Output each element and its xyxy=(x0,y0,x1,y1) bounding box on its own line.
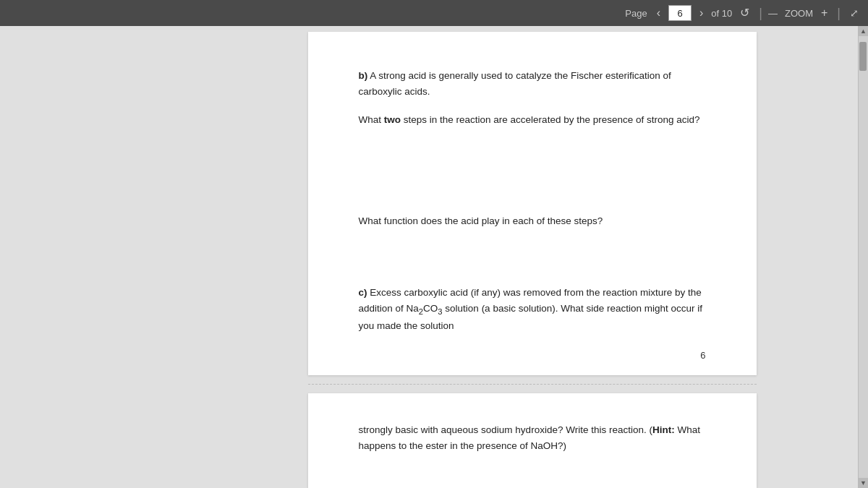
scroll-down-arrow[interactable]: ▼ xyxy=(859,478,869,488)
section-c-label: c) xyxy=(359,287,367,298)
answer-space-2 xyxy=(359,241,706,285)
page-number-input[interactable] xyxy=(668,5,692,21)
zoom-label: ZOOM xyxy=(785,8,813,19)
toolbar: Page ‹ › of 10 ↺ | — ZOOM + | ⤢ xyxy=(0,0,868,26)
minus-icon: — xyxy=(768,8,778,19)
divider2: | xyxy=(837,6,841,21)
page-wrapper: b) A strong acid is generally used to ca… xyxy=(221,26,843,488)
total-pages-text: of 10 xyxy=(711,8,732,19)
page-card-1: b) A strong acid is generally used to ca… xyxy=(308,32,757,375)
section-c-text: c) Excess carboxylic acid (if any) was r… xyxy=(359,285,706,333)
page-card-2: strongly basic with aqueous sodium hydro… xyxy=(308,393,757,488)
next-page-button[interactable]: › xyxy=(696,6,707,20)
left-sidebar xyxy=(0,26,206,488)
section-b-text: A strong acid is generally used to catal… xyxy=(359,70,671,97)
right-scrollbar[interactable]: ▲ ▼ xyxy=(858,26,868,488)
page-label: Page xyxy=(625,8,647,19)
scroll-area[interactable]: b) A strong acid is generally used to ca… xyxy=(206,26,858,488)
prev-page-button[interactable]: ‹ xyxy=(653,6,664,20)
scroll-up-arrow[interactable]: ▲ xyxy=(859,26,869,36)
section-c-body: Excess carboxylic acid (if any) was remo… xyxy=(359,287,703,330)
divider1: | xyxy=(759,6,762,21)
main-area: b) A strong acid is generally used to ca… xyxy=(0,26,868,488)
scroll-thumb[interactable] xyxy=(859,42,867,71)
scroll-thumb-area xyxy=(859,36,868,478)
page-separator xyxy=(308,384,757,385)
refresh-button[interactable]: ↺ xyxy=(736,6,753,20)
page-number: 6 xyxy=(700,350,705,361)
two-bold: two xyxy=(384,114,401,125)
section-b-label: b) xyxy=(359,70,368,81)
zoom-in-button[interactable]: + xyxy=(817,6,831,20)
section-b-question: What two steps in the reaction are accel… xyxy=(359,112,706,128)
answer-space-1 xyxy=(359,141,706,213)
section-b-intro: b) A strong acid is generally used to ca… xyxy=(359,68,706,99)
function-question: What function does the acid play in each… xyxy=(359,213,706,229)
hint-label: Hint: xyxy=(652,424,675,435)
page2-text: strongly basic with aqueous sodium hydro… xyxy=(359,422,706,453)
expand-button[interactable]: ⤢ xyxy=(846,6,862,20)
